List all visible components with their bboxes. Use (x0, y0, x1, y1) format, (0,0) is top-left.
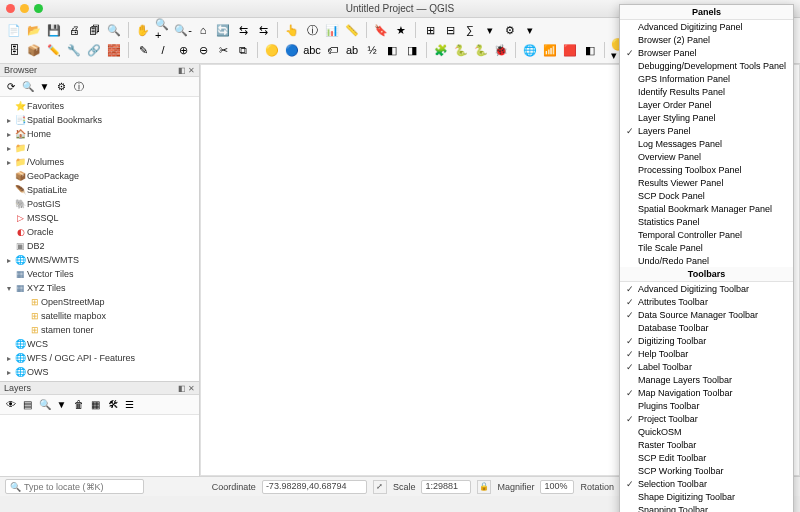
toolbar-button[interactable]: ◨ (403, 41, 421, 59)
panel-close-icon[interactable]: ✕ (188, 66, 195, 75)
tree-expand-icon[interactable]: ▸ (4, 354, 14, 363)
toolbar-button[interactable]: ★ (392, 21, 410, 39)
toolbar-button[interactable]: ✋ (134, 21, 152, 39)
layers-tool-button[interactable]: ▼ (54, 397, 69, 412)
context-menu-item[interactable]: Identify Results Panel (620, 85, 793, 98)
context-menu-item[interactable]: Undo/Redo Panel (620, 254, 793, 267)
toolbar-button[interactable]: ⊖ (194, 41, 212, 59)
toolbar-button[interactable]: ⇆ (254, 21, 272, 39)
context-menu-item[interactable]: Browser (2) Panel (620, 33, 793, 46)
context-menu-item[interactable]: SCP Dock Panel (620, 189, 793, 202)
browser-tree-item[interactable]: ▾▦XYZ Tiles (0, 281, 199, 295)
context-menu-item[interactable]: ✓Map Navigation Toolbar (620, 386, 793, 399)
browser-tree-item[interactable]: ▸🌐OWS (0, 365, 199, 379)
browser-tree-item[interactable]: 🐘PostGIS (0, 197, 199, 211)
browser-tool-button[interactable]: ▼ (37, 79, 52, 94)
toolbar-button[interactable]: ⓘ (303, 21, 321, 39)
layers-panel-header[interactable]: Layers ◧ ✕ (0, 382, 199, 395)
context-menu-item[interactable]: Processing Toolbox Panel (620, 163, 793, 176)
context-menu-item[interactable]: Temporal Controller Panel (620, 228, 793, 241)
context-menu-item[interactable]: ✓Data Source Manager Toolbar (620, 308, 793, 321)
context-menu-item[interactable]: Log Messages Panel (620, 137, 793, 150)
layers-tool-button[interactable]: 🔍 (37, 397, 52, 412)
toolbar-button[interactable]: ⊕ (174, 41, 192, 59)
browser-tool-button[interactable]: 🔍 (20, 79, 35, 94)
browser-tool-button[interactable]: ⓘ (71, 79, 86, 94)
context-menu-item[interactable]: ✓Layers Panel (620, 124, 793, 137)
context-menu-item[interactable]: Spatial Bookmark Manager Panel (620, 202, 793, 215)
context-menu-item[interactable]: ✓Help Toolbar (620, 347, 793, 360)
browser-tree-item[interactable]: ▦Vector Tiles (0, 267, 199, 281)
context-menu-item[interactable]: Raster Toolbar (620, 438, 793, 451)
toolbar-button[interactable]: ▾ (521, 21, 539, 39)
toolbar-button[interactable]: ½ (363, 41, 381, 59)
toolbar-button[interactable]: 🟥 (561, 41, 579, 59)
toolbar-button[interactable]: ⌂ (194, 21, 212, 39)
browser-tree-item[interactable]: ▸🏠Home (0, 127, 199, 141)
context-menu-item[interactable]: Database Toolbar (620, 321, 793, 334)
toolbar-button[interactable]: 🔖 (372, 21, 390, 39)
browser-tool-button[interactable]: ⟳ (3, 79, 18, 94)
toolbar-button[interactable]: 🗄 (5, 41, 23, 59)
toolbar-button[interactable]: ◧ (581, 41, 599, 59)
toolbar-button[interactable]: 📦 (25, 41, 43, 59)
context-menu-item[interactable]: Shape Digitizing Toolbar (620, 490, 793, 503)
browser-tree-item[interactable]: 🌐WCS (0, 337, 199, 351)
browser-tree-item[interactable]: ⊞stamen toner (0, 323, 199, 337)
context-menu-item[interactable]: Snapping Toolbar (620, 503, 793, 512)
toolbar-button[interactable]: 🗐 (85, 21, 103, 39)
tree-expand-icon[interactable]: ▸ (4, 256, 14, 265)
browser-tree-item[interactable]: ◐Oracle (0, 225, 199, 239)
toolbar-button[interactable]: 🏷 (323, 41, 341, 59)
locator-input[interactable] (24, 482, 139, 492)
toolbar-button[interactable]: 🔧 (65, 41, 83, 59)
layers-tool-button[interactable]: ▤ (20, 397, 35, 412)
browser-tree[interactable]: ⭐Favorites▸📑Spatial Bookmarks▸🏠Home▸📁/▸📁… (0, 97, 199, 381)
undock-icon[interactable]: ◧ (178, 384, 186, 393)
browser-tree-item[interactable]: ⊞OpenStreetMap (0, 295, 199, 309)
context-menu-item[interactable]: Statistics Panel (620, 215, 793, 228)
context-menu-item[interactable]: Advanced Digitizing Panel (620, 20, 793, 33)
toolbar-button[interactable]: 📏 (343, 21, 361, 39)
scale-lock-icon[interactable]: 🔒 (477, 480, 491, 494)
layers-tool-button[interactable]: ▦ (88, 397, 103, 412)
toolbar-button[interactable]: 💾 (45, 21, 63, 39)
toolbar-button[interactable]: 🔍+ (154, 21, 172, 39)
toolbar-button[interactable]: ✂ (214, 41, 232, 59)
toolbar-button[interactable]: ⚙ (501, 21, 519, 39)
context-menu-item[interactable]: ✓Label Toolbar (620, 360, 793, 373)
coordinate-field[interactable]: -73.98289,40.68794 (262, 480, 367, 494)
panel-close-icon[interactable]: ✕ (188, 384, 195, 393)
toolbar-button[interactable]: / (154, 41, 172, 59)
toolbar-button[interactable]: abc (303, 41, 321, 59)
locator[interactable]: 🔍 (5, 479, 144, 494)
toolbar-button[interactable]: 📂 (25, 21, 43, 39)
scale-field[interactable]: 1:29881 (421, 480, 471, 494)
toolbar-button[interactable]: ab (343, 41, 361, 59)
toolbar-button[interactable]: ⧉ (234, 41, 252, 59)
toolbar-button[interactable]: ⊟ (441, 21, 459, 39)
tree-expand-icon[interactable]: ▾ (4, 284, 14, 293)
toolbar-button[interactable]: ⇆ (234, 21, 252, 39)
toolbar-button[interactable]: ∑ (461, 21, 479, 39)
toolbar-button[interactable]: 🔵 (283, 41, 301, 59)
toolbar-button[interactable]: 🖨 (65, 21, 83, 39)
toolbar-button[interactable]: 🔍 (105, 21, 123, 39)
toolbar-button[interactable]: 🐍 (472, 41, 490, 59)
toolbar-button[interactable]: 🐞 (492, 41, 510, 59)
tree-expand-icon[interactable]: ▸ (4, 116, 14, 125)
context-menu-item[interactable]: Layer Order Panel (620, 98, 793, 111)
toolbar-button[interactable]: 📄 (5, 21, 23, 39)
context-menu-item[interactable]: SCP Working Toolbar (620, 464, 793, 477)
context-menu-item[interactable]: Tile Scale Panel (620, 241, 793, 254)
layers-tree[interactable] (0, 415, 199, 476)
browser-tree-item[interactable]: 🪶SpatiaLite (0, 183, 199, 197)
browser-tree-item[interactable]: ⭐Favorites (0, 99, 199, 113)
toolbar-button[interactable]: 🧱 (105, 41, 123, 59)
context-menu-item[interactable]: Results Viewer Panel (620, 176, 793, 189)
toolbar-button[interactable]: 🟡 (263, 41, 281, 59)
toolbar-button[interactable]: 📶 (541, 41, 559, 59)
context-menu-item[interactable]: ✓Browser Panel (620, 46, 793, 59)
toolbar-button[interactable]: 👆 (283, 21, 301, 39)
coordinate-toggle-icon[interactable]: ⤢ (373, 480, 387, 494)
